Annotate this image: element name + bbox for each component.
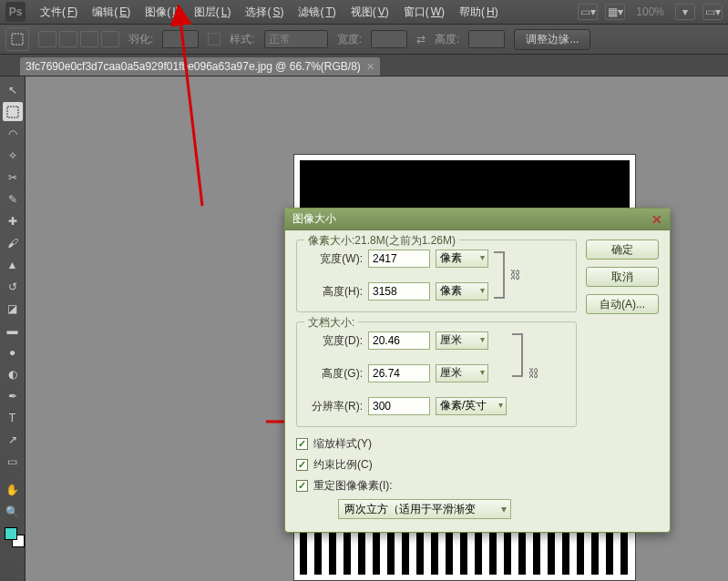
constrain-proportions-checkbox[interactable]: ✓约束比例(C) xyxy=(296,457,577,473)
zoom-tool-icon[interactable]: 🔍 xyxy=(3,502,23,521)
hand-icon[interactable]: ▾ xyxy=(675,4,695,20)
resample-method-select[interactable]: 两次立方（适用于平滑渐变 xyxy=(338,499,511,519)
healing-tool-icon[interactable]: ✚ xyxy=(3,211,23,230)
marquee-tool-icon[interactable] xyxy=(3,102,23,121)
close-icon[interactable]: ✕ xyxy=(651,212,662,227)
height-input[interactable] xyxy=(468,30,505,48)
auto-button[interactable]: 自动(A)... xyxy=(586,294,659,314)
document-tab-bar: 3fc7690e0cf3d7caa0a5a929f01fbe096a63a97e… xyxy=(0,55,728,76)
grid-icon[interactable]: ▦▾ xyxy=(605,4,625,20)
ok-button[interactable]: 确定 xyxy=(586,240,659,260)
feather-input[interactable] xyxy=(162,30,199,48)
menu-bar: Ps 文件(F) 编辑(E) 图像(I) 图层(L) 选择(S) 滤镜(T) 视… xyxy=(0,0,728,25)
menu-filter[interactable]: 滤镜(T) xyxy=(291,0,343,24)
resolution-unit-select[interactable]: 像素/英寸 xyxy=(436,397,507,415)
type-tool-icon[interactable]: T xyxy=(3,408,23,427)
resample-checkbox[interactable]: ✓重定图像像素(I): xyxy=(296,478,577,494)
px-width-label: 宽度(W): xyxy=(306,251,363,267)
menu-image[interactable]: 图像(I) xyxy=(138,0,186,24)
toolbox: ↖ ◠ ✧ ✂ ✎ ✚ 🖌 ▲ ↺ ◪ ▬ ● ◐ ✒ T ↗ ▭ ✋ 🔍 xyxy=(0,76,26,581)
chain-icon: ⛓ xyxy=(510,269,521,281)
doc-width-label: 宽度(D): xyxy=(306,333,363,349)
marquee-tool-icon[interactable] xyxy=(5,27,29,51)
antialias-checkbox[interactable] xyxy=(208,33,220,46)
height-label: 高度: xyxy=(435,32,459,47)
width-input[interactable] xyxy=(371,30,407,48)
svg-rect-0 xyxy=(12,34,23,45)
history-brush-icon[interactable]: ↺ xyxy=(3,277,23,296)
crop-tool-icon[interactable]: ✂ xyxy=(3,168,23,187)
cancel-button[interactable]: 取消 xyxy=(586,267,659,287)
wand-tool-icon[interactable]: ✧ xyxy=(3,146,23,165)
menu-view[interactable]: 视图(V) xyxy=(343,0,396,24)
app-logo: Ps xyxy=(5,2,26,22)
link-bracket xyxy=(494,251,505,299)
svg-rect-1 xyxy=(7,107,18,117)
style-label: 样式: xyxy=(230,32,254,47)
color-swatch[interactable] xyxy=(5,527,21,544)
px-height-label: 高度(H): xyxy=(306,284,363,300)
doc-height-label: 高度(G): xyxy=(306,366,363,382)
dialog-titlebar[interactable]: 图像大小 ✕ xyxy=(285,209,670,230)
menu-window[interactable]: 窗口(W) xyxy=(396,0,452,24)
document-title: 3fc7690e0cf3d7caa0a5a929f01fbe096a63a97e… xyxy=(26,60,361,73)
move-tool-icon[interactable]: ↖ xyxy=(3,80,23,99)
menu-file[interactable]: 文件(F) xyxy=(33,0,85,24)
resolution-label: 分辨率(R): xyxy=(306,399,363,414)
gradient-tool-icon[interactable]: ▬ xyxy=(3,321,23,340)
chain-icon: ⛓ xyxy=(528,367,539,380)
style-select[interactable]: 正常 xyxy=(264,30,328,48)
zoom-level: 100% xyxy=(632,5,668,18)
path-tool-icon[interactable]: ↗ xyxy=(3,430,23,449)
doc-height-unit-select[interactable]: 厘米 xyxy=(436,364,488,382)
doc-height-input[interactable] xyxy=(368,364,430,382)
close-icon[interactable]: ✕ xyxy=(366,61,374,73)
feather-label: 羽化: xyxy=(128,32,153,47)
pen-tool-icon[interactable]: ✒ xyxy=(3,386,23,405)
refine-edge-button[interactable]: 调整边缘... xyxy=(514,29,590,50)
hand-tool-icon[interactable]: ✋ xyxy=(3,480,23,499)
doc-size-legend: 文档大小: xyxy=(304,315,358,331)
dialog-title: 图像大小 xyxy=(292,211,336,227)
px-width-input[interactable] xyxy=(368,250,430,268)
px-width-unit-select[interactable]: 像素 xyxy=(436,250,488,268)
menu-layer[interactable]: 图层(L) xyxy=(187,0,239,24)
workspace-icon[interactable]: ▭▾ xyxy=(702,4,723,20)
resolution-input[interactable] xyxy=(368,397,430,415)
brush-tool-icon[interactable]: 🖌 xyxy=(3,233,23,252)
blur-tool-icon[interactable]: ● xyxy=(3,342,23,362)
width-label: 宽度: xyxy=(337,32,362,47)
scale-styles-checkbox[interactable]: ✓缩放样式(Y) xyxy=(296,436,577,452)
eyedropper-tool-icon[interactable]: ✎ xyxy=(3,189,23,209)
menu-select[interactable]: 选择(S) xyxy=(238,0,291,24)
screen-mode-icon[interactable]: ▭▾ xyxy=(578,4,598,20)
menu-help[interactable]: 帮助(H) xyxy=(452,0,506,24)
image-size-dialog: 图像大小 ✕ 像素大小:21.8M(之前为1.26M) 宽度(W): 像素 高度… xyxy=(284,208,671,533)
document-size-group: 文档大小: 宽度(D): 厘米 高度(G): 厘米 xyxy=(296,321,577,427)
swap-icon[interactable]: ⇄ xyxy=(416,33,426,46)
menu-edit[interactable]: 编辑(E) xyxy=(85,0,138,24)
doc-width-input[interactable] xyxy=(368,331,430,350)
link-bracket xyxy=(512,333,523,377)
doc-width-unit-select[interactable]: 厘米 xyxy=(436,331,488,350)
px-height-input[interactable] xyxy=(368,282,430,301)
dodge-tool-icon[interactable]: ◐ xyxy=(3,364,23,383)
pixel-dimensions-group: 像素大小:21.8M(之前为1.26M) 宽度(W): 像素 高度(H): 像素 xyxy=(296,240,577,312)
lasso-tool-icon[interactable]: ◠ xyxy=(3,124,23,143)
document-tab[interactable]: 3fc7690e0cf3d7caa0a5a929f01fbe096a63a97e… xyxy=(20,57,380,76)
stamp-tool-icon[interactable]: ▲ xyxy=(3,255,23,274)
shape-tool-icon[interactable]: ▭ xyxy=(3,452,23,471)
pixel-size-legend: 像素大小:21.8M(之前为1.26M) xyxy=(304,233,459,249)
eraser-tool-icon[interactable]: ◪ xyxy=(3,299,23,318)
selection-mode-group[interactable] xyxy=(38,31,119,47)
options-bar: 羽化: 样式: 正常 宽度: ⇄ 高度: 调整边缘... xyxy=(0,25,728,55)
px-height-unit-select[interactable]: 像素 xyxy=(436,282,488,301)
